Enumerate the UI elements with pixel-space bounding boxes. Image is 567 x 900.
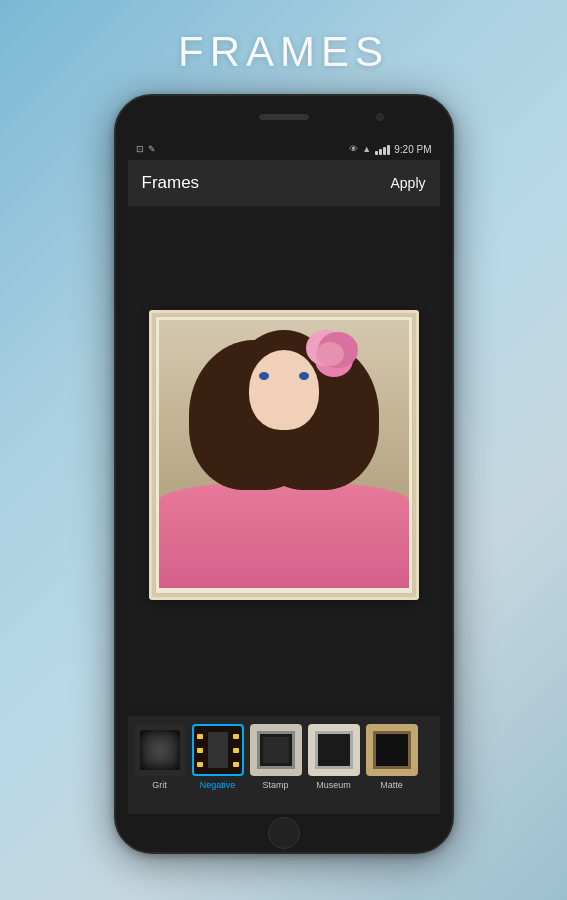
filter-scroll[interactable]: Grit [128, 716, 440, 814]
wifi-icon: ▲ [362, 144, 371, 154]
app-bar-title: Frames [142, 173, 200, 193]
filter-thumb-negative [192, 724, 244, 776]
edit-icon: ✎ [148, 144, 156, 154]
photo-display [159, 320, 409, 588]
toolbar-strip [128, 704, 440, 716]
signal-bars [375, 143, 390, 155]
status-right-icons: 👁 ▲ 9:20 PM [349, 143, 431, 155]
phone-bottom-bezel [116, 814, 452, 852]
filter-label-matte: Matte [380, 780, 403, 790]
phone-speaker [259, 114, 309, 120]
page-title: Frames [178, 28, 389, 76]
girl-eyes [259, 372, 309, 380]
apply-button[interactable]: Apply [390, 175, 425, 191]
phone-camera [376, 113, 384, 121]
filter-item-matte[interactable]: Matte [366, 724, 418, 790]
girl-face [249, 350, 319, 430]
status-time: 9:20 PM [394, 144, 431, 155]
eye-icon: 👁 [349, 144, 358, 154]
film-holes-left [197, 726, 203, 774]
film-holes-right [233, 726, 239, 774]
filter-item-stamp[interactable]: Stamp [250, 724, 302, 790]
right-eye [299, 372, 309, 380]
filter-label-grit: Grit [152, 780, 167, 790]
filter-label-stamp: Stamp [262, 780, 288, 790]
left-eye [259, 372, 269, 380]
bottom-toolbar: Grit [128, 704, 440, 814]
photo-frame-wrapper [149, 310, 419, 600]
museum-inner [315, 731, 353, 769]
filter-thumb-museum [308, 724, 360, 776]
filter-item-grit[interactable]: Grit [134, 724, 186, 790]
filter-item-museum[interactable]: Museum [308, 724, 360, 790]
filter-label-museum: Museum [316, 780, 351, 790]
stamp-inner [257, 731, 295, 769]
filter-thumb-grit [134, 724, 186, 776]
screenshot-icon: ⊡ [136, 144, 144, 154]
girl-photo [159, 320, 409, 588]
phone-top-bezel [116, 96, 452, 138]
filter-label-negative: Negative [200, 780, 236, 790]
phone-device: ⊡ ✎ 👁 ▲ 9:20 PM Frames Apply [114, 94, 454, 854]
filter-thumb-stamp [250, 724, 302, 776]
app-bar: Frames Apply [128, 160, 440, 206]
content-area [128, 206, 440, 704]
status-left-icons: ⊡ ✎ [136, 144, 156, 154]
phone-screen: ⊡ ✎ 👁 ▲ 9:20 PM Frames Apply [128, 138, 440, 814]
filter-item-negative[interactable]: Negative [192, 724, 244, 790]
film-center [208, 732, 228, 768]
stamp-center [263, 737, 289, 763]
flower-accessory [316, 342, 344, 366]
home-button[interactable] [268, 817, 300, 849]
grit-inner [140, 730, 180, 770]
filter-thumb-matte [366, 724, 418, 776]
matte-inner [373, 731, 411, 769]
status-bar: ⊡ ✎ 👁 ▲ 9:20 PM [128, 138, 440, 160]
